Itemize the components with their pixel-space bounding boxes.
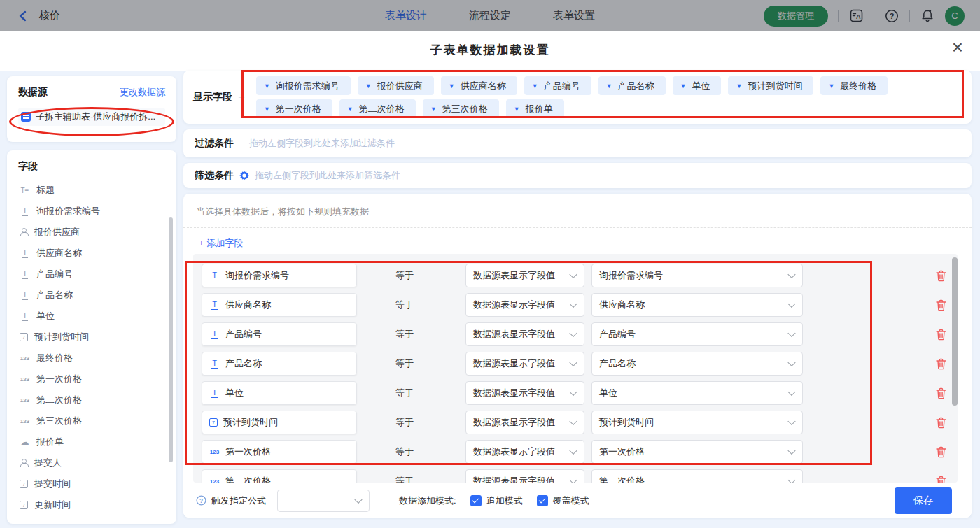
checkbox-icon[interactable] <box>470 495 482 506</box>
question-circle-icon[interactable]: ? <box>196 495 206 506</box>
field-list-item[interactable]: 第一次价格 <box>7 369 176 390</box>
field-list-item[interactable]: 最终价格 <box>7 348 176 369</box>
change-datasource-link[interactable]: 更改数据源 <box>120 86 165 99</box>
form-name[interactable]: 核价 <box>39 9 60 22</box>
topbar-tab[interactable]: 表单设计 <box>385 9 427 22</box>
rule-value-select[interactable]: 第一次价格 <box>592 440 803 464</box>
rule-target-field[interactable]: 询报价需求编号 <box>202 264 357 287</box>
delete-rule-icon[interactable] <box>936 476 946 483</box>
rule-value-select[interactable]: 单位 <box>592 381 803 405</box>
rule-value-select[interactable]: 询报价需求编号 <box>592 264 803 287</box>
display-field-tag[interactable]: ▼预计到货时间 <box>728 76 813 95</box>
field-list-item[interactable]: 询报价需求编号 <box>7 201 176 222</box>
rules-scrollbar-thumb[interactable] <box>952 257 958 406</box>
field-list-item[interactable]: 单位 <box>7 306 176 327</box>
rule-target-field[interactable]: 单位 <box>202 381 357 405</box>
rule-source-select[interactable]: 数据源表显示字段值 <box>465 352 584 376</box>
user-avatar[interactable]: C <box>945 6 965 26</box>
delete-rule-icon[interactable] <box>936 299 946 311</box>
field-list-item[interactable]: 报价供应商 <box>7 222 176 243</box>
delete-rule-icon[interactable] <box>936 417 946 429</box>
notification-bell-icon[interactable] <box>920 8 935 24</box>
filter-dropzone[interactable]: 拖动左侧字段到此处来添加过滤条件 <box>249 137 395 150</box>
mode-option[interactable]: 追加模式 <box>470 494 523 507</box>
rule-source-value: 数据源表显示字段值 <box>473 445 555 458</box>
rule-source-select[interactable]: 数据源表显示字段值 <box>465 440 584 464</box>
delete-rule-icon[interactable] <box>936 329 946 341</box>
rule-target-field[interactable]: 第一次价格 <box>202 440 357 464</box>
rule-target-field[interactable]: 预计到货时间 <box>202 411 357 434</box>
topbar-tab[interactable]: 流程设定 <box>469 9 511 22</box>
rule-target-field[interactable]: 产品名称 <box>202 352 357 376</box>
rule-value-select[interactable]: 产品名称 <box>592 352 803 376</box>
rule-source-select[interactable]: 数据源表显示字段值 <box>465 293 584 317</box>
add-display-field-icon[interactable]: + <box>238 90 245 104</box>
display-field-tag[interactable]: ▼产品编号 <box>524 76 592 95</box>
field-label: 最终价格 <box>36 352 73 364</box>
rule-field-label: 第一次价格 <box>225 445 271 458</box>
display-field-tag[interactable]: ▼最终价格 <box>820 76 888 95</box>
display-field-tag[interactable]: ▼报价供应商 <box>358 76 434 95</box>
display-field-tag[interactable]: ▼第二次价格 <box>340 99 416 118</box>
sieve-dropzone[interactable]: 拖动左侧字段到此处来添加筛选条件 <box>255 169 400 182</box>
gear-icon[interactable] <box>239 171 249 180</box>
dropdown-triangle-icon: ▼ <box>430 106 437 113</box>
rule-source-select[interactable]: 数据源表显示字段值 <box>465 381 584 405</box>
field-list-item[interactable]: 产品编号 <box>7 264 176 285</box>
rules-hint-text: 当选择具体数据后，将按如下规则填充数据 <box>183 194 972 227</box>
rule-source-select[interactable]: 数据源表显示字段值 <box>465 264 584 287</box>
svg-text:A: A <box>856 13 861 20</box>
delete-rule-icon[interactable] <box>936 358 946 370</box>
field-list-item[interactable]: 更新时间 <box>7 494 176 515</box>
delete-rule-icon[interactable] <box>936 387 946 399</box>
delete-rule-icon[interactable] <box>936 270 946 282</box>
fields-scrollbar-thumb[interactable] <box>169 217 173 462</box>
rule-value-select[interactable]: 第二次价格 <box>592 469 803 483</box>
rule-target-field[interactable]: 产品编号 <box>202 322 357 346</box>
rule-source-value: 数据源表显示字段值 <box>473 387 555 399</box>
field-list-item[interactable]: 第二次价格 <box>7 390 176 411</box>
topbar-tab[interactable]: 表单设置 <box>553 9 595 22</box>
rule-source-select[interactable]: 数据源表显示字段值 <box>465 411 584 434</box>
dropdown-triangle-icon: ▼ <box>347 106 354 113</box>
field-list-item[interactable]: 产品名称 <box>7 285 176 306</box>
help-icon[interactable]: ? <box>884 8 899 24</box>
checkbox-icon[interactable] <box>537 495 548 506</box>
display-field-tag[interactable]: ▼第三次价格 <box>423 99 499 118</box>
display-field-tag[interactable]: ▼单位 <box>673 76 722 95</box>
display-field-tag[interactable]: ▼第一次价格 <box>256 99 332 118</box>
mode-option[interactable]: 覆盖模式 <box>537 494 589 507</box>
display-field-tag[interactable]: ▼报价单 <box>506 99 564 118</box>
data-manage-button[interactable]: 数据管理 <box>764 6 828 27</box>
save-button[interactable]: 保存 <box>895 487 952 514</box>
rule-source-select[interactable]: 数据源表显示字段值 <box>465 469 584 483</box>
rule-target-field[interactable]: 供应商名称 <box>202 293 357 317</box>
rule-value-select[interactable]: 供应商名称 <box>592 293 803 317</box>
delete-rule-icon[interactable] <box>936 446 946 458</box>
translate-icon[interactable]: A <box>848 8 864 24</box>
display-field-tag[interactable]: ▼产品名称 <box>598 76 666 95</box>
back-icon[interactable] <box>15 8 31 24</box>
rule-row: 询报价需求编号 等于 数据源表显示字段值 询报价需求编号 <box>202 264 958 287</box>
field-type-icon <box>209 418 218 427</box>
field-list-item[interactable]: 预计到货时间 <box>7 327 176 348</box>
field-list-item[interactable]: 第三次价格 <box>7 411 176 431</box>
field-list-item[interactable]: 提交人 <box>7 452 176 473</box>
add-field-link[interactable]: + 添加字段 <box>183 228 243 250</box>
dropdown-triangle-icon: ▼ <box>264 83 270 90</box>
display-field-tag[interactable]: ▼询报价需求编号 <box>256 76 351 95</box>
datasource-selected-item[interactable]: 子拆主辅助表-供应商报价拆... <box>18 108 165 126</box>
dropdown-triangle-icon: ▼ <box>736 83 742 90</box>
field-list-item[interactable]: 供应商名称 <box>7 243 176 264</box>
field-list-item[interactable]: 标题 <box>7 180 176 201</box>
formula-select[interactable] <box>277 490 370 512</box>
close-icon[interactable]: × <box>952 36 963 59</box>
display-field-tag[interactable]: ▼供应商名称 <box>441 76 517 95</box>
field-list-item[interactable]: 提交时间 <box>7 473 176 494</box>
rule-target-field[interactable]: 第二次价格 <box>202 469 357 483</box>
rule-value-select[interactable]: 预计到货时间 <box>592 411 803 434</box>
rule-source-select[interactable]: 数据源表显示字段值 <box>465 322 584 346</box>
rule-value-select[interactable]: 产品编号 <box>592 322 803 346</box>
field-list-item[interactable]: 报价单 <box>7 431 176 452</box>
rule-value: 单位 <box>599 387 617 399</box>
